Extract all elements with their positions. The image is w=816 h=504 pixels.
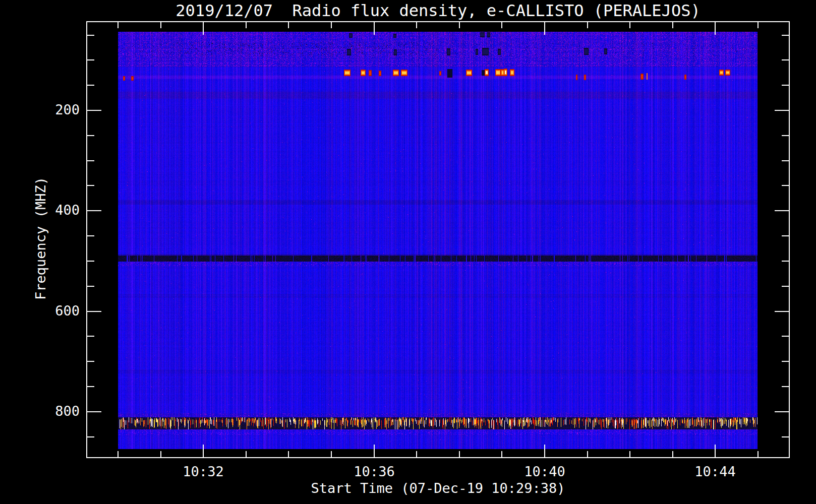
x-axis-minor-tick (160, 451, 161, 457)
x-axis-tick-label: 10:40 (509, 464, 580, 479)
y-axis-minor-tick (782, 286, 789, 287)
y-axis-major-tick (775, 210, 789, 211)
y-axis-minor-tick (87, 135, 94, 136)
chart-title: 2019/12/07 Radio flux density, e-CALLIST… (86, 1, 790, 20)
x-axis-minor-tick (501, 451, 502, 457)
y-axis-major-tick (775, 311, 789, 312)
y-axis-major-tick (87, 110, 101, 111)
y-axis-minor-tick (87, 386, 94, 387)
x-axis-minor-tick (118, 451, 119, 457)
x-axis-minor-tick (246, 22, 247, 28)
x-axis-tick-label: 10:44 (680, 464, 750, 479)
y-axis-minor-tick (87, 160, 94, 161)
y-axis-minor-tick (87, 85, 94, 86)
y-axis-minor-tick (87, 361, 94, 362)
y-axis-major-tick (87, 210, 101, 211)
y-axis-tick-label: 600 (29, 303, 80, 319)
x-axis-title: Start Time (07-Dec-19 10:29:38) (86, 481, 790, 496)
x-axis-minor-tick (672, 22, 673, 28)
y-axis-minor-tick (782, 261, 789, 262)
x-axis-minor-tick (459, 451, 460, 457)
x-axis-minor-tick (288, 451, 289, 457)
y-axis-minor-tick (782, 59, 789, 60)
y-axis-minor-tick (782, 336, 789, 337)
y-axis-major-tick (87, 411, 101, 412)
y-axis-tick-label: 400 (29, 203, 80, 218)
y-axis-minor-tick (782, 436, 789, 437)
y-axis-tick-label: 800 (29, 404, 80, 419)
x-axis-tick-label: 10:36 (339, 464, 410, 479)
x-axis-minor-tick (757, 451, 759, 457)
x-axis-minor-tick (416, 451, 417, 457)
y-axis-minor-tick (87, 59, 94, 60)
x-axis-minor-tick (629, 451, 630, 457)
y-axis-minor-tick (782, 135, 789, 136)
x-axis-minor-tick (587, 22, 588, 28)
x-axis-minor-tick (288, 22, 289, 28)
y-axis-minor-tick (87, 436, 94, 437)
x-axis-minor-tick (587, 451, 588, 457)
y-axis-minor-tick (782, 361, 789, 362)
y-axis-minor-tick (782, 35, 789, 36)
y-axis-minor-tick (782, 235, 789, 236)
y-axis-minor-tick (87, 235, 94, 236)
x-axis-major-tick (203, 445, 204, 457)
x-axis-major-tick (203, 22, 204, 35)
x-axis-minor-tick (160, 22, 161, 28)
y-axis-minor-tick (87, 336, 94, 337)
y-axis-major-tick (775, 411, 789, 412)
x-axis-tick-label: 10:32 (168, 464, 239, 479)
y-axis-major-tick (775, 110, 789, 111)
x-axis-minor-tick (501, 22, 502, 28)
x-axis-minor-tick (331, 22, 332, 28)
spectrogram-figure: 2019/12/07 Radio flux density, e-CALLIST… (0, 0, 816, 504)
x-axis-minor-tick (416, 22, 417, 28)
y-axis-minor-tick (87, 185, 94, 186)
x-axis-minor-tick (246, 451, 247, 457)
y-axis-tick-label: 200 (29, 102, 80, 117)
x-axis-major-tick (715, 22, 716, 35)
x-axis-minor-tick (629, 22, 630, 28)
x-axis-minor-tick (118, 22, 119, 28)
x-axis-major-tick (374, 445, 375, 457)
y-axis-minor-tick (782, 185, 789, 186)
x-axis-major-tick (715, 445, 716, 457)
x-axis-minor-tick (459, 22, 460, 28)
plot-frame (86, 21, 790, 458)
x-axis-major-tick (544, 445, 545, 457)
y-axis-title: Frequency (MHZ) (33, 177, 48, 300)
x-axis-major-tick (544, 22, 545, 35)
y-axis-minor-tick (782, 386, 789, 387)
y-axis-minor-tick (782, 160, 789, 161)
y-axis-minor-tick (87, 35, 94, 36)
y-axis-minor-tick (87, 261, 94, 262)
x-axis-minor-tick (672, 451, 673, 457)
x-axis-major-tick (374, 22, 375, 35)
y-axis-major-tick (87, 311, 101, 312)
x-axis-minor-tick (331, 451, 332, 457)
y-axis-minor-tick (782, 85, 789, 86)
x-axis-minor-tick (757, 22, 759, 28)
y-axis-minor-tick (87, 286, 94, 287)
